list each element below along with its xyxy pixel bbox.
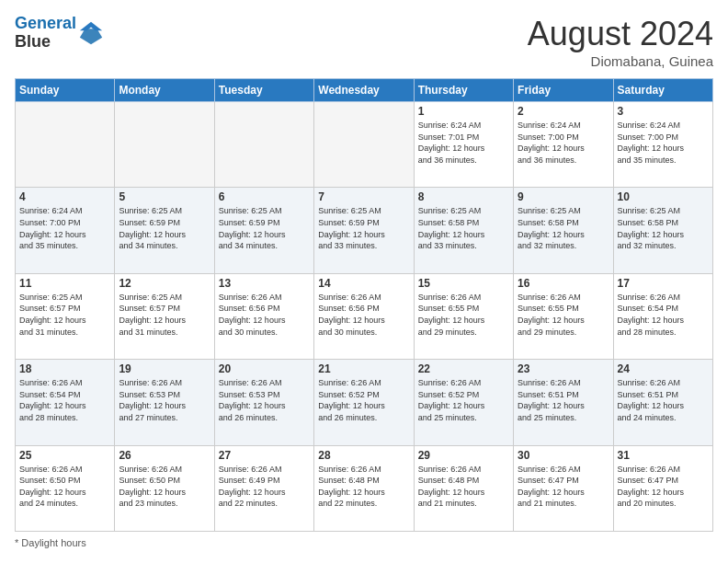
day-info: Sunrise: 6:26 AMSunset: 6:48 PMDaylight:… xyxy=(418,464,509,510)
table-row: 6Sunrise: 6:25 AMSunset: 6:59 PMDaylight… xyxy=(214,188,313,273)
day-number: 16 xyxy=(518,277,609,290)
calendar-week-3: 11Sunrise: 6:25 AMSunset: 6:57 PMDayligh… xyxy=(16,273,713,359)
table-row: 8Sunrise: 6:25 AMSunset: 6:58 PMDaylight… xyxy=(414,188,513,273)
table-row: 22Sunrise: 6:26 AMSunset: 6:52 PMDayligh… xyxy=(414,360,513,445)
day-number: 11 xyxy=(19,277,110,290)
title-block: August 2024 Diomabana, Guinea xyxy=(528,15,713,69)
day-info: Sunrise: 6:26 AMSunset: 6:52 PMDaylight:… xyxy=(318,377,409,423)
day-info: Sunrise: 6:26 AMSunset: 6:56 PMDaylight:… xyxy=(219,292,310,338)
logo-text: GeneralBlue xyxy=(15,15,76,52)
month-title: August 2024 xyxy=(528,15,713,53)
day-info: Sunrise: 6:26 AMSunset: 6:53 PMDaylight:… xyxy=(119,377,210,423)
table-row: 24Sunrise: 6:26 AMSunset: 6:51 PMDayligh… xyxy=(613,360,712,445)
col-saturday: Saturday xyxy=(613,79,712,102)
table-row xyxy=(115,102,214,188)
day-info: Sunrise: 6:26 AMSunset: 6:47 PMDaylight:… xyxy=(618,464,709,510)
table-row: 30Sunrise: 6:26 AMSunset: 6:47 PMDayligh… xyxy=(514,445,613,531)
table-row: 12Sunrise: 6:25 AMSunset: 6:57 PMDayligh… xyxy=(115,273,214,359)
day-number: 4 xyxy=(19,190,110,203)
table-row xyxy=(214,102,313,188)
calendar-week-2: 4Sunrise: 6:24 AMSunset: 7:00 PMDaylight… xyxy=(16,188,713,273)
day-number: 19 xyxy=(119,362,210,375)
calendar-header-row: Sunday Monday Tuesday Wednesday Thursday… xyxy=(16,79,713,102)
day-number: 17 xyxy=(618,277,709,290)
table-row: 25Sunrise: 6:26 AMSunset: 6:50 PMDayligh… xyxy=(16,445,115,531)
day-info: Sunrise: 6:25 AMSunset: 6:59 PMDaylight:… xyxy=(318,205,409,251)
svg-marker-0 xyxy=(80,29,102,44)
day-number: 25 xyxy=(19,449,110,462)
header: GeneralBlue August 2024 Diomabana, Guine… xyxy=(15,15,713,69)
table-row: 26Sunrise: 6:26 AMSunset: 6:50 PMDayligh… xyxy=(115,445,214,531)
day-number: 30 xyxy=(518,449,609,462)
table-row: 27Sunrise: 6:26 AMSunset: 6:49 PMDayligh… xyxy=(214,445,313,531)
table-row: 2Sunrise: 6:24 AMSunset: 7:00 PMDaylight… xyxy=(514,102,613,188)
day-number: 31 xyxy=(618,449,709,462)
calendar-week-5: 25Sunrise: 6:26 AMSunset: 6:50 PMDayligh… xyxy=(16,445,713,531)
day-info: Sunrise: 6:26 AMSunset: 6:50 PMDaylight:… xyxy=(119,464,210,510)
day-number: 27 xyxy=(219,449,310,462)
day-number: 10 xyxy=(618,190,709,203)
table-row: 4Sunrise: 6:24 AMSunset: 7:00 PMDaylight… xyxy=(16,188,115,273)
day-number: 20 xyxy=(219,362,310,375)
table-row: 31Sunrise: 6:26 AMSunset: 6:47 PMDayligh… xyxy=(613,445,712,531)
day-number: 14 xyxy=(318,277,409,290)
day-number: 13 xyxy=(219,277,310,290)
page: GeneralBlue August 2024 Diomabana, Guine… xyxy=(0,0,728,563)
day-number: 18 xyxy=(19,362,110,375)
footer-note: * Daylight hours xyxy=(15,537,713,548)
day-number: 7 xyxy=(318,190,409,203)
day-number: 6 xyxy=(219,190,310,203)
table-row xyxy=(314,102,414,188)
day-number: 1 xyxy=(418,105,509,118)
day-info: Sunrise: 6:25 AMSunset: 6:58 PMDaylight:… xyxy=(418,205,509,251)
table-row: 7Sunrise: 6:25 AMSunset: 6:59 PMDaylight… xyxy=(314,188,414,273)
table-row: 3Sunrise: 6:24 AMSunset: 7:00 PMDaylight… xyxy=(613,102,712,188)
day-info: Sunrise: 6:24 AMSunset: 7:00 PMDaylight:… xyxy=(618,120,709,166)
day-info: Sunrise: 6:24 AMSunset: 7:00 PMDaylight:… xyxy=(518,120,609,166)
table-row: 17Sunrise: 6:26 AMSunset: 6:54 PMDayligh… xyxy=(613,273,712,359)
day-info: Sunrise: 6:26 AMSunset: 6:55 PMDaylight:… xyxy=(518,292,609,338)
day-number: 28 xyxy=(318,449,409,462)
day-number: 24 xyxy=(618,362,709,375)
day-info: Sunrise: 6:25 AMSunset: 6:58 PMDaylight:… xyxy=(518,205,609,251)
day-info: Sunrise: 6:26 AMSunset: 6:49 PMDaylight:… xyxy=(219,464,310,510)
table-row: 13Sunrise: 6:26 AMSunset: 6:56 PMDayligh… xyxy=(214,273,313,359)
subtitle: Diomabana, Guinea xyxy=(528,53,713,69)
col-wednesday: Wednesday xyxy=(314,79,414,102)
day-info: Sunrise: 6:26 AMSunset: 6:52 PMDaylight:… xyxy=(418,377,509,423)
day-info: Sunrise: 6:25 AMSunset: 6:59 PMDaylight:… xyxy=(219,205,310,251)
day-number: 15 xyxy=(418,277,509,290)
day-info: Sunrise: 6:25 AMSunset: 6:58 PMDaylight:… xyxy=(618,205,709,251)
day-number: 5 xyxy=(119,190,210,203)
table-row: 16Sunrise: 6:26 AMSunset: 6:55 PMDayligh… xyxy=(514,273,613,359)
day-info: Sunrise: 6:24 AMSunset: 7:01 PMDaylight:… xyxy=(418,120,509,166)
table-row: 10Sunrise: 6:25 AMSunset: 6:58 PMDayligh… xyxy=(613,188,712,273)
calendar-table: Sunday Monday Tuesday Wednesday Thursday… xyxy=(15,78,713,532)
table-row: 18Sunrise: 6:26 AMSunset: 6:54 PMDayligh… xyxy=(16,360,115,445)
logo: GeneralBlue xyxy=(15,15,104,52)
day-number: 22 xyxy=(418,362,509,375)
table-row xyxy=(16,102,115,188)
day-info: Sunrise: 6:26 AMSunset: 6:54 PMDaylight:… xyxy=(618,292,709,338)
day-info: Sunrise: 6:25 AMSunset: 6:59 PMDaylight:… xyxy=(119,205,210,251)
day-number: 3 xyxy=(618,105,709,118)
day-number: 8 xyxy=(418,190,509,203)
col-thursday: Thursday xyxy=(414,79,513,102)
day-info: Sunrise: 6:26 AMSunset: 6:54 PMDaylight:… xyxy=(19,377,110,423)
table-row: 11Sunrise: 6:25 AMSunset: 6:57 PMDayligh… xyxy=(16,273,115,359)
day-info: Sunrise: 6:26 AMSunset: 6:56 PMDaylight:… xyxy=(318,292,409,338)
calendar-week-4: 18Sunrise: 6:26 AMSunset: 6:54 PMDayligh… xyxy=(16,360,713,445)
table-row: 19Sunrise: 6:26 AMSunset: 6:53 PMDayligh… xyxy=(115,360,214,445)
table-row: 15Sunrise: 6:26 AMSunset: 6:55 PMDayligh… xyxy=(414,273,513,359)
table-row: 23Sunrise: 6:26 AMSunset: 6:51 PMDayligh… xyxy=(514,360,613,445)
table-row: 9Sunrise: 6:25 AMSunset: 6:58 PMDaylight… xyxy=(514,188,613,273)
calendar-week-1: 1Sunrise: 6:24 AMSunset: 7:01 PMDaylight… xyxy=(16,102,713,188)
day-number: 29 xyxy=(418,449,509,462)
table-row: 29Sunrise: 6:26 AMSunset: 6:48 PMDayligh… xyxy=(414,445,513,531)
day-info: Sunrise: 6:24 AMSunset: 7:00 PMDaylight:… xyxy=(19,205,110,251)
day-info: Sunrise: 6:26 AMSunset: 6:51 PMDaylight:… xyxy=(618,377,709,423)
day-number: 12 xyxy=(119,277,210,290)
col-monday: Monday xyxy=(115,79,214,102)
col-friday: Friday xyxy=(514,79,613,102)
day-number: 21 xyxy=(318,362,409,375)
